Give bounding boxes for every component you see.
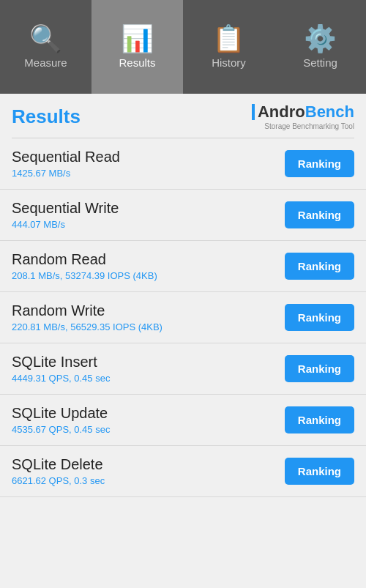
- nav-item-history[interactable]: 📋 History: [183, 0, 274, 94]
- history-icon: 📋: [212, 26, 245, 52]
- nav-label-history: History: [212, 56, 246, 69]
- result-value: 4535.67 QPS, 0.45 sec: [12, 424, 110, 435]
- ranking-button[interactable]: Ranking: [285, 150, 354, 177]
- result-name: Sequential Read: [12, 149, 120, 165]
- result-name: SQLite Delete: [12, 456, 105, 473]
- table-row: SQLite Update 4535.67 QPS, 0.45 sec Rank…: [0, 395, 366, 446]
- result-value: 220.81 MB/s, 56529.35 IOPS (4KB): [12, 321, 163, 332]
- table-row: SQLite Insert 4449.31 QPS, 0.45 sec Rank…: [0, 343, 366, 395]
- table-row: Random Write 220.81 MB/s, 56529.35 IOPS …: [0, 292, 366, 343]
- result-name: Random Read: [12, 251, 157, 268]
- result-info: Sequential Write 444.07 MB/s: [12, 200, 119, 230]
- brand-name: AndroBench: [252, 103, 354, 122]
- navbar: 🔍 Measure 📊 Results 📋 History ⚙️ Setting: [0, 0, 366, 94]
- ranking-button[interactable]: Ranking: [285, 253, 354, 280]
- result-name: SQLite Update: [12, 405, 110, 422]
- result-info: Random Read 208.1 MB/s, 53274.39 IOPS (4…: [12, 251, 157, 281]
- result-info: Sequential Read 1425.67 MB/s: [12, 149, 120, 179]
- result-info: SQLite Update 4535.67 QPS, 0.45 sec: [12, 405, 110, 435]
- ranking-button[interactable]: Ranking: [285, 458, 354, 485]
- table-row: SQLite Delete 6621.62 QPS, 0.3 sec Ranki…: [0, 446, 366, 497]
- results-header: Results AndroBench Storage Benchmarking …: [0, 94, 366, 138]
- result-info: SQLite Delete 6621.62 QPS, 0.3 sec: [12, 456, 105, 486]
- result-name: SQLite Insert: [12, 354, 110, 371]
- result-value: 4449.31 QPS, 0.45 sec: [12, 373, 110, 384]
- page-title: Results: [12, 105, 81, 128]
- result-value: 1425.67 MB/s: [12, 168, 120, 179]
- ranking-button[interactable]: Ranking: [285, 304, 354, 331]
- nav-item-results[interactable]: 📊 Results: [92, 0, 183, 94]
- nav-label-measure: Measure: [24, 56, 67, 69]
- brand-block: AndroBench Storage Benchmarking Tool: [252, 103, 354, 130]
- nav-item-setting[interactable]: ⚙️ Setting: [274, 0, 366, 94]
- table-row: Random Read 208.1 MB/s, 53274.39 IOPS (4…: [0, 241, 366, 292]
- result-info: Random Write 220.81 MB/s, 56529.35 IOPS …: [12, 302, 163, 332]
- brand-bench: Bench: [305, 103, 354, 122]
- result-list: Sequential Read 1425.67 MB/s Ranking Seq…: [0, 138, 366, 497]
- brand-subtitle: Storage Benchmarking Tool: [264, 122, 354, 130]
- nav-item-measure[interactable]: 🔍 Measure: [0, 0, 92, 94]
- ranking-button[interactable]: Ranking: [285, 201, 354, 228]
- ranking-button[interactable]: Ranking: [285, 355, 354, 382]
- nav-label-setting: Setting: [303, 56, 337, 69]
- measure-icon: 🔍: [29, 26, 62, 52]
- ranking-button[interactable]: Ranking: [285, 406, 354, 433]
- setting-icon: ⚙️: [304, 26, 337, 52]
- brand-andro: Andro: [258, 103, 305, 122]
- result-value: 444.07 MB/s: [12, 219, 119, 230]
- brand-bar: [252, 104, 255, 120]
- result-name: Random Write: [12, 302, 163, 319]
- result-value: 208.1 MB/s, 53274.39 IOPS (4KB): [12, 270, 157, 281]
- result-name: Sequential Write: [12, 200, 119, 217]
- result-info: SQLite Insert 4449.31 QPS, 0.45 sec: [12, 354, 110, 384]
- result-value: 6621.62 QPS, 0.3 sec: [12, 475, 105, 486]
- table-row: Sequential Read 1425.67 MB/s Ranking: [0, 138, 366, 190]
- nav-label-results: Results: [119, 56, 155, 69]
- table-row: Sequential Write 444.07 MB/s Ranking: [0, 190, 366, 241]
- results-icon: 📊: [121, 26, 154, 52]
